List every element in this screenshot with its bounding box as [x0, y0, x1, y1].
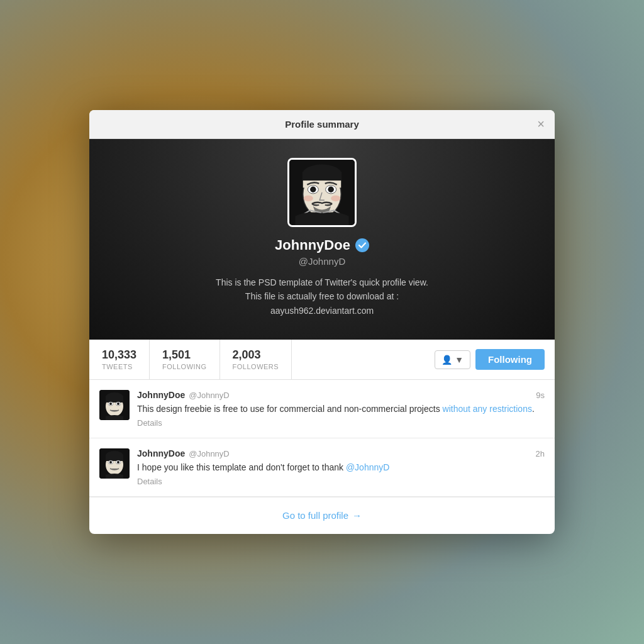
followers-label: FOLLOWERS [233, 363, 279, 370]
tweet-item: JohnnyDoe @JohnnyD 9s This design freebi… [89, 380, 555, 438]
following-label: FOLLOWING [162, 363, 207, 370]
svg-point-6 [310, 186, 316, 192]
tweet-time: 9s [536, 391, 545, 400]
tweet-header-left: JohnnyDoe @JohnnyD [137, 390, 230, 400]
tweet-content: JohnnyDoe @JohnnyD 2h I hope you like th… [137, 448, 545, 486]
modal-header: Profile summary × [89, 110, 555, 139]
tweet-item: JohnnyDoe @JohnnyD 2h I hope you like th… [89, 438, 555, 497]
tweet-handle: @JohnnyD [189, 449, 230, 458]
followers-count: 2,003 [233, 348, 279, 362]
svg-point-9 [304, 196, 313, 201]
profile-section: JohnnyDoe @JohnnyD This is the PSD templ… [89, 139, 555, 340]
tweet-details: Details [137, 477, 545, 486]
arrow-icon: → [352, 510, 362, 521]
user-menu-arrow: ▼ [455, 355, 464, 365]
tweet-header-left: JohnnyDoe @JohnnyD [137, 448, 230, 458]
following-count: 1,501 [162, 348, 207, 362]
tweet-content: JohnnyDoe @JohnnyD 9s This design freebi… [137, 390, 545, 428]
svg-point-18 [109, 402, 112, 405]
close-button[interactable]: × [537, 118, 545, 130]
svg-point-10 [331, 196, 340, 201]
tweet-details: Details [137, 418, 545, 428]
tweets-label: TWEETS [102, 363, 136, 370]
tweet-time: 2h [536, 449, 545, 458]
tweet-avatar [99, 448, 130, 479]
svg-rect-16 [106, 396, 123, 402]
tweet-text-prefix: This design freebie is free to use for c… [137, 404, 443, 414]
tweet-text: This design freebie is free to use for c… [137, 402, 545, 416]
profile-bio: This is the PSD template of Twitter's qu… [216, 275, 428, 318]
tweet-avatar [99, 390, 130, 420]
tweet-text-prefix: I hope you like this template and don't … [137, 462, 346, 472]
svg-point-28 [117, 461, 119, 464]
tweets-stat: 10,333 TWEETS [89, 340, 150, 379]
profile-name: JohnnyDoe [275, 237, 369, 253]
tweet-header: JohnnyDoe @JohnnyD 9s [137, 390, 545, 400]
tweet-header: JohnnyDoe @JohnnyD 2h [137, 448, 545, 458]
display-name: JohnnyDoe [275, 237, 350, 253]
tweet-text: I hope you like this template and don't … [137, 461, 545, 474]
tweet-name: JohnnyDoe [137, 390, 185, 400]
go-to-profile-text: Go to full profile [282, 510, 348, 521]
tweet-text-suffix: . [532, 404, 535, 414]
profile-handle: @JohnnyD [299, 256, 345, 267]
user-icon: 👤 [441, 355, 452, 365]
svg-rect-24 [106, 455, 123, 461]
user-menu-button[interactable]: 👤 ▼ [435, 350, 470, 369]
stats-actions: 👤 ▼ Following [425, 340, 555, 379]
tweets-count: 10,333 [102, 348, 136, 362]
followers-stat: 2,003 FOLLOWERS [220, 340, 292, 379]
go-to-profile-link[interactable]: Go to full profile → [282, 510, 362, 521]
tweet-handle: @JohnnyD [189, 391, 230, 400]
tweet-link[interactable]: without any restrictions [443, 404, 532, 414]
following-button[interactable]: Following [475, 349, 545, 370]
avatar [287, 158, 357, 227]
following-stat: 1,501 FOLLOWING [150, 340, 220, 379]
svg-point-26 [109, 461, 112, 464]
modal-footer: Go to full profile → [89, 497, 555, 534]
tweet-name: JohnnyDoe [137, 448, 185, 458]
verified-badge [355, 238, 369, 252]
stats-bar: 10,333 TWEETS 1,501 FOLLOWING 2,003 FOLL… [89, 340, 555, 380]
modal-title: Profile summary [285, 119, 359, 130]
svg-point-20 [117, 402, 119, 405]
profile-summary-modal: Profile summary × [89, 110, 555, 534]
svg-point-8 [328, 186, 333, 192]
tweets-section: JohnnyDoe @JohnnyD 9s This design freebi… [89, 380, 555, 497]
tweet-link[interactable]: @JohnnyD [346, 462, 389, 472]
